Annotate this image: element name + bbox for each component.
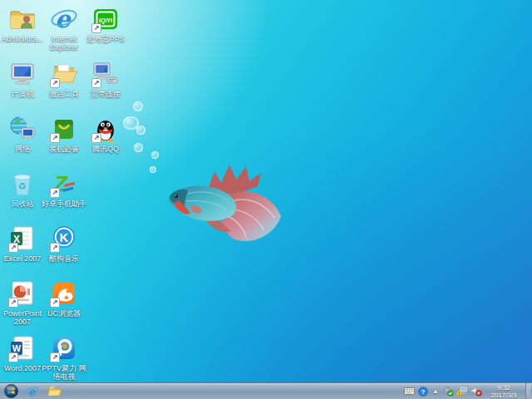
system-tray: ? ▴ ! <box>403 383 532 399</box>
desktop-icon-pptv[interactable]: ↗ PPTV聚力 网络电视 <box>43 332 85 387</box>
shortcut-arrow-overlay: ↗ <box>91 78 101 88</box>
recycle-bin-icon: ♻ <box>8 170 37 198</box>
bubble <box>133 101 143 111</box>
icon-label: 酷狗音乐 <box>49 254 79 263</box>
taskbar-clock[interactable]: 9:32 2017/3/3 <box>485 384 523 399</box>
icon-label: PowerPoint 2007 <box>0 309 47 327</box>
icon-label: Excel 2007 <box>4 254 42 263</box>
svg-text:♻: ♻ <box>18 181 27 192</box>
svg-text:K: K <box>60 230 69 244</box>
icon-label: 计算机 <box>12 90 34 98</box>
clock-time: 9:32 <box>485 384 523 392</box>
desktop-icon-internet-explorer[interactable]: e Internet Explorer <box>43 3 85 58</box>
shortcut-arrow-overlay: ↗ <box>50 243 60 253</box>
svg-text:?: ? <box>421 387 426 395</box>
shortcut-arrow-overlay: ↗ <box>50 133 60 143</box>
shopping-bag-icon: ↗ <box>50 115 78 143</box>
icon-label: Internet Explorer <box>40 35 88 52</box>
user-folder-icon <box>8 5 37 33</box>
svg-text:e: e <box>55 5 71 33</box>
powerpoint-icon: ↗ <box>8 279 37 308</box>
clock-date: 2017/3/3 <box>485 392 523 399</box>
icon-label: 爱奇艺PPS <box>86 35 124 43</box>
desktop-icon-kugou-music[interactable]: K ↗ 酷狗音乐 <box>43 223 85 278</box>
icon-label: 好卓手机助手 <box>42 200 86 208</box>
qq-penguin-icon: ↗ <box>91 115 120 143</box>
windows-orb-icon <box>4 384 18 398</box>
show-desktop-button[interactable] <box>525 383 530 399</box>
iqiyi-icon: iQIYI ↗ <box>91 5 120 33</box>
betta-fish-wallpaper <box>160 155 284 248</box>
icon-label: 网络 <box>15 145 30 153</box>
desktop-icon-grid: Administra... e Internet Explorer iQIYI <box>2 3 126 387</box>
icon-label: Word 2007 <box>4 364 41 372</box>
icon-label: 腾讯QQ <box>92 145 119 153</box>
icon-label: 装机必备 <box>49 145 79 153</box>
desktop-icon-powerpoint-2007[interactable]: ↗ PowerPoint 2007 <box>2 278 43 332</box>
show-hidden-icons-button[interactable]: ▴ <box>431 385 440 398</box>
desktop-icon-administrator[interactable]: Administra... <box>2 3 43 58</box>
bubble <box>150 166 156 173</box>
svg-text:iQIYI: iQIYI <box>99 17 112 24</box>
pptv-icon: ↗ <box>50 334 78 362</box>
desktop-icon-haozhuo-assistant[interactable]: Z ↗ 好卓手机助手 <box>43 168 85 223</box>
desktop-icon-excel-2007[interactable]: X ↗ Excel 2007 <box>2 223 43 278</box>
shortcut-arrow-overlay: ↗ <box>8 243 18 253</box>
broadband-connection-icon: ↗ <box>91 60 120 88</box>
desktop-icon-iqiyi-pps[interactable]: iQIYI ↗ 爱奇艺PPS <box>85 3 126 58</box>
haozhuo-z-logo-icon: Z ↗ <box>50 170 78 198</box>
desktop-icon-uc-browser[interactable]: ↗ UC浏览器 <box>43 278 85 332</box>
icon-label: 宽带连接 <box>91 90 121 98</box>
desktop-icon-broadband-connection[interactable]: ↗ 宽带连接 <box>85 58 126 113</box>
windows7-desktop-screen: Administra... e Internet Explorer iQIYI <box>0 0 532 399</box>
computer-icon <box>8 60 37 88</box>
internet-explorer-icon: e <box>26 385 39 398</box>
shortcut-arrow-overlay: ↗ <box>50 298 60 308</box>
icon-label: 回收站 <box>12 200 34 208</box>
icon-label: 激活工具 <box>49 90 79 98</box>
icon-label: UC浏览器 <box>47 309 81 318</box>
desktop-icon-recycle-bin[interactable]: ♻ 回收站 <box>2 168 43 223</box>
desktop-icon-word-2007[interactable]: W ↗ Word 2007 <box>2 332 43 387</box>
desktop-wallpaper[interactable]: Administra... e Internet Explorer iQIYI <box>0 0 532 399</box>
taskbar-ie-button[interactable]: e <box>22 383 43 399</box>
network-status-tray-icon[interactable]: ! <box>456 385 468 398</box>
bubble <box>134 143 143 152</box>
desktop-icon-network[interactable]: 网络 <box>2 113 43 168</box>
icon-label: PPTV聚力 网络电视 <box>40 364 88 382</box>
open-folder-icon: ↗ <box>50 60 78 88</box>
desktop-icon-essential-software[interactable]: ↗ 装机必备 <box>43 113 85 168</box>
internet-explorer-icon: e <box>50 5 78 33</box>
svg-text:!: ! <box>458 392 460 397</box>
taskbar-explorer-button[interactable] <box>43 383 65 399</box>
shortcut-arrow-overlay: ↗ <box>50 352 60 362</box>
excel-icon: X ↗ <box>8 224 37 253</box>
shortcut-arrow-overlay: ↗ <box>50 78 60 88</box>
desktop-icon-activation-tools[interactable]: ↗ 激活工具 <box>43 58 85 113</box>
shortcut-arrow-overlay: ↗ <box>91 23 101 33</box>
input-keyboard-tray-icon[interactable] <box>403 385 415 398</box>
safely-remove-hardware-tray-icon[interactable] <box>442 385 454 398</box>
start-button[interactable] <box>0 383 22 399</box>
shortcut-arrow-overlay: ↗ <box>91 133 101 143</box>
bubble <box>136 126 145 135</box>
network-globe-icon <box>8 115 37 143</box>
desktop-icon-computer[interactable]: 计算机 <box>2 58 43 113</box>
kugou-icon: K ↗ <box>50 224 78 253</box>
word-icon: W ↗ <box>8 334 37 362</box>
shortcut-arrow-overlay: ↗ <box>8 352 18 362</box>
bubble <box>151 151 159 159</box>
desktop-icon-tencent-qq[interactable]: ↗ 腾讯QQ <box>85 113 126 168</box>
shortcut-arrow-overlay: ↗ <box>8 298 18 308</box>
folder-icon <box>47 385 62 397</box>
taskbar: e ? <box>0 382 532 399</box>
volume-muted-tray-icon[interactable] <box>470 385 482 398</box>
uc-squirrel-icon: ↗ <box>50 279 78 308</box>
help-tray-icon[interactable]: ? <box>417 385 429 398</box>
svg-text:e: e <box>28 385 37 398</box>
shortcut-arrow-overlay: ↗ <box>50 188 60 198</box>
icon-label: Administra... <box>2 35 43 43</box>
